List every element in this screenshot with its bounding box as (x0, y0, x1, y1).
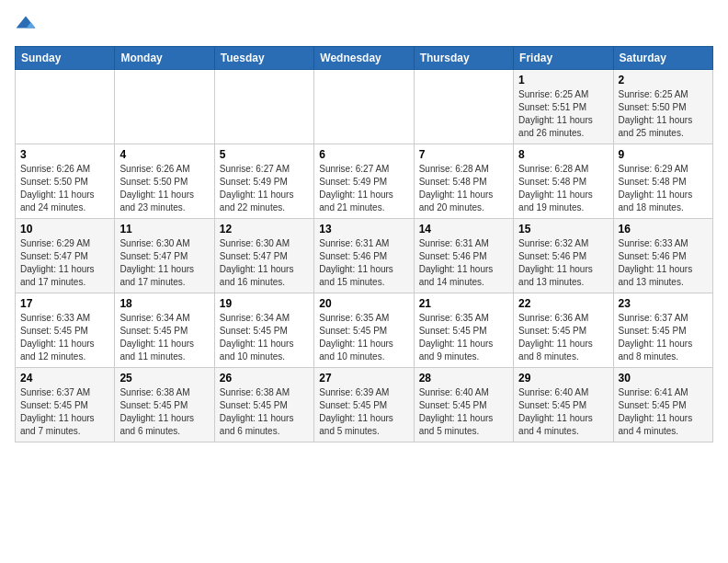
day-info: Sunrise: 6:33 AM Sunset: 5:45 PM Dayligh… (20, 312, 109, 363)
day-info: Sunrise: 6:30 AM Sunset: 5:47 PM Dayligh… (119, 237, 209, 289)
day-number: 13 (319, 223, 408, 236)
day-number: 12 (220, 223, 309, 236)
day-number: 26 (220, 372, 309, 385)
day-info: Sunrise: 6:35 AM Sunset: 5:45 PM Dayligh… (419, 312, 508, 363)
calendar-cell: 16Sunrise: 6:33 AM Sunset: 5:46 PM Dayli… (613, 219, 712, 293)
day-info: Sunrise: 6:29 AM Sunset: 5:48 PM Dayligh… (619, 163, 708, 214)
day-number: 25 (119, 372, 209, 385)
day-info: Sunrise: 6:33 AM Sunset: 5:46 PM Dayligh… (619, 237, 708, 289)
calendar-cell: 19Sunrise: 6:34 AM Sunset: 5:45 PM Dayli… (214, 293, 313, 368)
day-number: 7 (419, 148, 508, 161)
calendar-cell: 23Sunrise: 6:37 AM Sunset: 5:45 PM Dayli… (613, 293, 712, 368)
calendar-cell: 10Sunrise: 6:29 AM Sunset: 5:47 PM Dayli… (16, 219, 115, 293)
calendar-cell: 5Sunrise: 6:27 AM Sunset: 5:49 PM Daylig… (214, 144, 313, 219)
calendar-cell: 27Sunrise: 6:39 AM Sunset: 5:45 PM Dayli… (314, 368, 414, 442)
day-info: Sunrise: 6:26 AM Sunset: 5:50 PM Dayligh… (119, 163, 209, 214)
calendar-cell: 17Sunrise: 6:33 AM Sunset: 5:45 PM Dayli… (16, 293, 115, 368)
day-info: Sunrise: 6:35 AM Sunset: 5:45 PM Dayligh… (319, 312, 408, 363)
day-info: Sunrise: 6:34 AM Sunset: 5:45 PM Dayligh… (220, 312, 309, 363)
day-info: Sunrise: 6:25 AM Sunset: 5:51 PM Dayligh… (518, 88, 608, 140)
day-number: 11 (119, 223, 209, 236)
weekday-header: Saturday (613, 47, 712, 70)
day-number: 2 (619, 74, 708, 86)
calendar-cell: 2Sunrise: 6:25 AM Sunset: 5:50 PM Daylig… (613, 70, 712, 144)
calendar-cell: 26Sunrise: 6:38 AM Sunset: 5:45 PM Dayli… (214, 368, 313, 442)
day-number: 28 (419, 372, 508, 385)
calendar-cell: 24Sunrise: 6:37 AM Sunset: 5:45 PM Dayli… (16, 368, 115, 442)
day-number: 9 (619, 148, 708, 161)
day-number: 16 (619, 223, 708, 236)
calendar-cell (16, 70, 115, 144)
calendar-cell: 28Sunrise: 6:40 AM Sunset: 5:45 PM Dayli… (414, 368, 513, 442)
calendar-cell: 15Sunrise: 6:32 AM Sunset: 5:46 PM Dayli… (514, 219, 613, 293)
calendar-cell: 25Sunrise: 6:38 AM Sunset: 5:45 PM Dayli… (115, 368, 214, 442)
day-info: Sunrise: 6:31 AM Sunset: 5:46 PM Dayligh… (319, 237, 408, 289)
calendar-cell: 22Sunrise: 6:36 AM Sunset: 5:45 PM Dayli… (514, 293, 613, 368)
calendar-cell: 14Sunrise: 6:31 AM Sunset: 5:46 PM Dayli… (414, 219, 513, 293)
weekday-header: Monday (115, 47, 214, 70)
calendar-cell: 1Sunrise: 6:25 AM Sunset: 5:51 PM Daylig… (514, 70, 613, 144)
calendar-cell (214, 70, 313, 144)
day-info: Sunrise: 6:28 AM Sunset: 5:48 PM Dayligh… (518, 163, 608, 214)
day-number: 1 (518, 74, 608, 86)
calendar-cell: 9Sunrise: 6:29 AM Sunset: 5:48 PM Daylig… (613, 144, 712, 219)
logo (15, 15, 40, 37)
calendar-cell (414, 70, 513, 144)
calendar-cell: 21Sunrise: 6:35 AM Sunset: 5:45 PM Dayli… (414, 293, 513, 368)
day-info: Sunrise: 6:39 AM Sunset: 5:45 PM Dayligh… (319, 386, 408, 438)
calendar-cell: 20Sunrise: 6:35 AM Sunset: 5:45 PM Dayli… (314, 293, 414, 368)
day-number: 8 (518, 148, 608, 161)
calendar-cell: 4Sunrise: 6:26 AM Sunset: 5:50 PM Daylig… (115, 144, 214, 219)
day-info: Sunrise: 6:30 AM Sunset: 5:47 PM Dayligh… (220, 237, 309, 289)
weekday-header: Wednesday (314, 47, 414, 70)
day-number: 19 (220, 297, 309, 310)
day-number: 22 (518, 297, 608, 310)
day-number: 20 (319, 297, 408, 310)
day-number: 3 (20, 148, 109, 161)
day-info: Sunrise: 6:28 AM Sunset: 5:48 PM Dayligh… (419, 163, 508, 214)
day-info: Sunrise: 6:40 AM Sunset: 5:45 PM Dayligh… (419, 386, 508, 438)
day-info: Sunrise: 6:40 AM Sunset: 5:45 PM Dayligh… (518, 386, 608, 438)
calendar-table: SundayMondayTuesdayWednesdayThursdayFrid… (15, 46, 713, 442)
calendar-cell (314, 70, 414, 144)
calendar-cell: 12Sunrise: 6:30 AM Sunset: 5:47 PM Dayli… (214, 219, 313, 293)
day-info: Sunrise: 6:29 AM Sunset: 5:47 PM Dayligh… (20, 237, 109, 289)
day-number: 29 (518, 372, 608, 385)
weekday-header: Sunday (16, 47, 115, 70)
day-info: Sunrise: 6:26 AM Sunset: 5:50 PM Dayligh… (20, 163, 109, 214)
day-info: Sunrise: 6:37 AM Sunset: 5:45 PM Dayligh… (20, 386, 109, 438)
day-number: 27 (319, 372, 408, 385)
day-info: Sunrise: 6:37 AM Sunset: 5:45 PM Dayligh… (619, 312, 708, 363)
day-info: Sunrise: 6:34 AM Sunset: 5:45 PM Dayligh… (119, 312, 209, 363)
day-number: 23 (619, 297, 708, 310)
day-number: 17 (20, 297, 109, 310)
calendar-cell: 11Sunrise: 6:30 AM Sunset: 5:47 PM Dayli… (115, 219, 214, 293)
weekday-header: Tuesday (214, 47, 313, 70)
day-number: 5 (220, 148, 309, 161)
calendar-cell: 30Sunrise: 6:41 AM Sunset: 5:45 PM Dayli… (613, 368, 712, 442)
day-number: 30 (619, 372, 708, 385)
calendar-cell: 29Sunrise: 6:40 AM Sunset: 5:45 PM Dayli… (514, 368, 613, 442)
day-number: 18 (119, 297, 209, 310)
day-info: Sunrise: 6:36 AM Sunset: 5:45 PM Dayligh… (518, 312, 608, 363)
calendar-cell (115, 70, 214, 144)
calendar-cell: 18Sunrise: 6:34 AM Sunset: 5:45 PM Dayli… (115, 293, 214, 368)
day-number: 14 (419, 223, 508, 236)
calendar-cell: 7Sunrise: 6:28 AM Sunset: 5:48 PM Daylig… (414, 144, 513, 219)
day-number: 4 (119, 148, 209, 161)
logo-icon (15, 15, 37, 37)
calendar-cell: 13Sunrise: 6:31 AM Sunset: 5:46 PM Dayli… (314, 219, 414, 293)
day-number: 6 (319, 148, 408, 161)
day-number: 21 (419, 297, 508, 310)
day-info: Sunrise: 6:31 AM Sunset: 5:46 PM Dayligh… (419, 237, 508, 289)
day-number: 15 (518, 223, 608, 236)
day-number: 24 (20, 372, 109, 385)
calendar-cell: 6Sunrise: 6:27 AM Sunset: 5:49 PM Daylig… (314, 144, 414, 219)
calendar-cell: 3Sunrise: 6:26 AM Sunset: 5:50 PM Daylig… (16, 144, 115, 219)
day-info: Sunrise: 6:41 AM Sunset: 5:45 PM Dayligh… (619, 386, 708, 438)
day-info: Sunrise: 6:32 AM Sunset: 5:46 PM Dayligh… (518, 237, 608, 289)
day-info: Sunrise: 6:27 AM Sunset: 5:49 PM Dayligh… (220, 163, 309, 214)
weekday-header: Friday (514, 47, 613, 70)
day-number: 10 (20, 223, 109, 236)
calendar-cell: 8Sunrise: 6:28 AM Sunset: 5:48 PM Daylig… (514, 144, 613, 219)
